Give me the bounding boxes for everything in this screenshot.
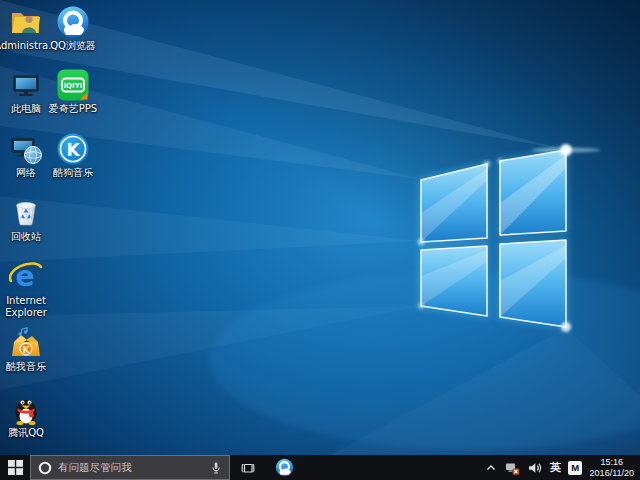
kuwo-music-icon: K xyxy=(9,326,43,360)
desktop-icon-internet-explorer[interactable]: e Internet Explorer xyxy=(0,260,52,319)
desktop-icon-label: 此电脑 xyxy=(11,103,41,115)
desktop-icon-kuwo-music[interactable]: K 酷我音乐 xyxy=(0,326,52,373)
desktop-icon-tencent-qq[interactable]: 腾讯QQ xyxy=(0,392,52,439)
iqiyi-icon: iQIYI xyxy=(56,68,90,102)
desktop-icon-label: 酷狗音乐 xyxy=(53,167,93,179)
iqiyi-wordmark: iQIYI xyxy=(64,82,83,90)
kugou-music-icon: K xyxy=(56,132,90,166)
network-status-button[interactable] xyxy=(501,455,524,480)
network-icon xyxy=(9,132,43,166)
ime-language-button[interactable]: 英 xyxy=(547,455,565,480)
volume-button[interactable] xyxy=(524,455,547,480)
user-folder-icon xyxy=(9,5,43,39)
windows-logo-icon xyxy=(8,460,23,475)
clock[interactable]: 15:16 2016/11/20 xyxy=(586,455,640,480)
ime-mode-button[interactable]: M xyxy=(565,455,586,480)
kugou-k-glyph: K xyxy=(66,140,80,160)
search-placeholder: 有问题尽管问我 xyxy=(58,461,204,475)
ime-mode-badge: M xyxy=(568,461,582,475)
start-button[interactable] xyxy=(0,455,30,480)
network-disconnected-icon xyxy=(504,460,520,476)
taskbar-search-box[interactable]: 有问题尽管问我 xyxy=(30,455,230,480)
taskbar-qq-browser-button[interactable] xyxy=(266,455,302,480)
qq-browser-taskbar-icon xyxy=(275,458,294,477)
desktop-icon-label: 腾讯QQ xyxy=(8,427,44,439)
desktop-icon-label: QQ浏览器 xyxy=(50,40,96,52)
desktop-icon-recycle-bin[interactable]: 回收站 xyxy=(0,196,52,243)
desktop-icon-iqiyi-pps[interactable]: iQIYI 爱奇艺PPS xyxy=(47,68,99,115)
taskbar: 有问题尽管问我 xyxy=(0,455,640,480)
computer-icon xyxy=(9,68,43,102)
desktop-icon-qq-browser[interactable]: QQ浏览器 xyxy=(47,5,99,52)
desktop-icon-network[interactable]: 网络 xyxy=(0,132,52,179)
chevron-up-icon xyxy=(485,462,497,474)
clock-time: 15:16 xyxy=(601,457,624,468)
cortana-icon xyxy=(38,461,52,475)
qq-penguin-icon xyxy=(9,392,43,426)
microphone-icon[interactable] xyxy=(210,460,222,476)
desktop-icon-label: 网络 xyxy=(16,167,36,179)
kuwo-k-glyph: K xyxy=(23,345,31,355)
task-view-button[interactable] xyxy=(230,455,266,480)
internet-explorer-icon: e xyxy=(9,260,43,294)
clock-date: 2016/11/20 xyxy=(590,468,634,479)
desktop-icon-label: 回收站 xyxy=(11,231,41,243)
task-view-icon xyxy=(240,460,256,476)
desktop-icon-label: 爱奇艺PPS xyxy=(49,103,97,115)
desktop-icon-this-pc[interactable]: 此电脑 xyxy=(0,68,52,115)
desktop-icon-kugou-music[interactable]: K 酷狗音乐 xyxy=(47,132,99,179)
desktop-icon-administrator[interactable]: Administra... xyxy=(0,5,52,52)
desktop-icon-label: Internet Explorer xyxy=(0,295,52,319)
recycle-bin-icon xyxy=(9,196,43,230)
qq-browser-icon xyxy=(56,5,90,39)
ime-language-indicator: 英 xyxy=(550,460,561,475)
speaker-icon xyxy=(527,460,543,476)
tray-expand-button[interactable] xyxy=(482,455,501,480)
system-tray: 英 M 15:16 2016/11/20 xyxy=(482,455,640,480)
desktop-icon-label: 酷我音乐 xyxy=(6,361,46,373)
